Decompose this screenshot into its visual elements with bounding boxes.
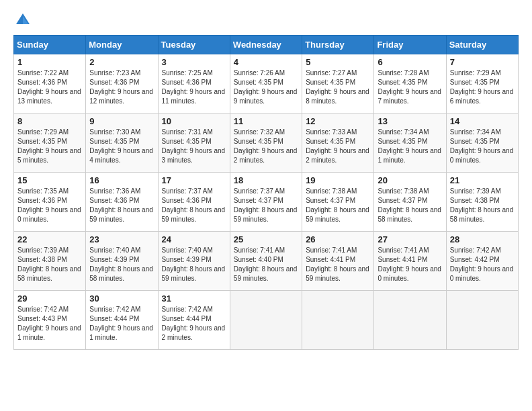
calendar-cell: 27 Sunrise: 7:41 AM Sunset: 4:41 PM Dayl…: [374, 232, 446, 291]
column-header-monday: Monday: [86, 36, 158, 54]
day-number: 1: [17, 57, 82, 67]
calendar-cell: 30 Sunrise: 7:42 AM Sunset: 4:44 PM Dayl…: [86, 291, 158, 350]
calendar-cell: 20 Sunrise: 7:38 AM Sunset: 4:37 PM Dayl…: [374, 173, 446, 232]
day-info: Sunrise: 7:41 AM Sunset: 4:41 PM Dayligh…: [378, 246, 442, 283]
calendar-cell: 9 Sunrise: 7:30 AM Sunset: 4:35 PM Dayli…: [86, 113, 158, 173]
day-number: 21: [450, 175, 515, 185]
calendar-cell: 14 Sunrise: 7:34 AM Sunset: 4:35 PM Dayl…: [446, 113, 518, 173]
day-number: 13: [378, 116, 442, 126]
day-info: Sunrise: 7:23 AM Sunset: 4:36 PM Dayligh…: [89, 68, 154, 106]
day-info: Sunrise: 7:32 AM Sunset: 4:35 PM Dayligh…: [234, 128, 298, 165]
day-info: Sunrise: 7:30 AM Sunset: 4:35 PM Dayligh…: [89, 128, 154, 165]
day-info: Sunrise: 7:22 AM Sunset: 4:36 PM Dayligh…: [17, 68, 82, 106]
day-number: 22: [17, 234, 82, 244]
day-number: 11: [234, 116, 298, 126]
calendar-body: 1 Sunrise: 7:22 AM Sunset: 4:36 PM Dayli…: [14, 54, 519, 350]
calendar-table: SundayMondayTuesdayWednesdayThursdayFrid…: [13, 35, 519, 350]
calendar-cell: 2 Sunrise: 7:23 AM Sunset: 4:36 PM Dayli…: [86, 54, 158, 113]
calendar-cell: 29 Sunrise: 7:42 AM Sunset: 4:43 PM Dayl…: [14, 291, 86, 350]
calendar-cell: 4 Sunrise: 7:26 AM Sunset: 4:35 PM Dayli…: [230, 54, 302, 113]
day-info: Sunrise: 7:25 AM Sunset: 4:36 PM Dayligh…: [162, 68, 226, 106]
calendar-cell: [302, 291, 374, 350]
column-header-wednesday: Wednesday: [230, 36, 302, 54]
calendar-cell: 10 Sunrise: 7:31 AM Sunset: 4:35 PM Dayl…: [158, 113, 230, 173]
calendar-cell: 11 Sunrise: 7:32 AM Sunset: 4:35 PM Dayl…: [230, 113, 302, 173]
day-info: Sunrise: 7:42 AM Sunset: 4:42 PM Dayligh…: [450, 246, 515, 283]
calendar-cell: 22 Sunrise: 7:39 AM Sunset: 4:38 PM Dayl…: [14, 232, 86, 291]
calendar-cell: 17 Sunrise: 7:37 AM Sunset: 4:36 PM Dayl…: [158, 173, 230, 232]
column-header-thursday: Thursday: [302, 36, 374, 54]
day-info: Sunrise: 7:38 AM Sunset: 4:37 PM Dayligh…: [306, 187, 370, 224]
day-info: Sunrise: 7:42 AM Sunset: 4:43 PM Dayligh…: [17, 305, 82, 342]
calendar-cell: 31 Sunrise: 7:42 AM Sunset: 4:44 PM Dayl…: [158, 291, 230, 350]
day-number: 10: [162, 116, 226, 126]
day-number: 26: [306, 234, 370, 244]
calendar-cell: 24 Sunrise: 7:40 AM Sunset: 4:39 PM Dayl…: [158, 232, 230, 291]
day-number: 28: [450, 234, 515, 244]
day-number: 5: [306, 57, 370, 67]
calendar-cell: 26 Sunrise: 7:41 AM Sunset: 4:41 PM Dayl…: [302, 232, 374, 291]
day-info: Sunrise: 7:29 AM Sunset: 4:35 PM Dayligh…: [450, 68, 515, 106]
day-info: Sunrise: 7:29 AM Sunset: 4:35 PM Dayligh…: [17, 128, 82, 165]
day-number: 9: [89, 116, 154, 126]
day-number: 4: [234, 57, 298, 67]
calendar-cell: 1 Sunrise: 7:22 AM Sunset: 4:36 PM Dayli…: [14, 54, 86, 113]
day-number: 14: [450, 116, 515, 126]
week-row-3: 15 Sunrise: 7:35 AM Sunset: 4:36 PM Dayl…: [14, 173, 519, 232]
logo: [13, 11, 35, 30]
week-row-4: 22 Sunrise: 7:39 AM Sunset: 4:38 PM Dayl…: [14, 232, 519, 291]
day-number: 23: [89, 234, 154, 244]
page-header: [13, 11, 519, 30]
day-number: 6: [378, 57, 442, 67]
calendar-cell: 6 Sunrise: 7:28 AM Sunset: 4:35 PM Dayli…: [374, 54, 446, 113]
week-row-5: 29 Sunrise: 7:42 AM Sunset: 4:43 PM Dayl…: [14, 291, 519, 350]
week-row-2: 8 Sunrise: 7:29 AM Sunset: 4:35 PM Dayli…: [14, 113, 519, 173]
day-number: 30: [89, 293, 154, 304]
day-info: Sunrise: 7:37 AM Sunset: 4:36 PM Dayligh…: [162, 187, 226, 224]
day-info: Sunrise: 7:31 AM Sunset: 4:35 PM Dayligh…: [162, 128, 226, 165]
day-info: Sunrise: 7:26 AM Sunset: 4:35 PM Dayligh…: [234, 68, 298, 106]
calendar-cell: 13 Sunrise: 7:34 AM Sunset: 4:35 PM Dayl…: [374, 113, 446, 173]
day-number: 15: [17, 175, 82, 185]
calendar-cell: 12 Sunrise: 7:33 AM Sunset: 4:35 PM Dayl…: [302, 113, 374, 173]
logo-icon: [13, 11, 32, 30]
day-info: Sunrise: 7:40 AM Sunset: 4:39 PM Dayligh…: [89, 246, 154, 283]
column-header-sunday: Sunday: [14, 36, 86, 54]
day-info: Sunrise: 7:37 AM Sunset: 4:37 PM Dayligh…: [234, 187, 298, 224]
calendar-cell: 5 Sunrise: 7:27 AM Sunset: 4:35 PM Dayli…: [302, 54, 374, 113]
day-info: Sunrise: 7:27 AM Sunset: 4:35 PM Dayligh…: [306, 68, 370, 106]
calendar-cell: 15 Sunrise: 7:35 AM Sunset: 4:36 PM Dayl…: [14, 173, 86, 232]
calendar-cell: 19 Sunrise: 7:38 AM Sunset: 4:37 PM Dayl…: [302, 173, 374, 232]
day-number: 17: [162, 175, 226, 185]
calendar-cell: 3 Sunrise: 7:25 AM Sunset: 4:36 PM Dayli…: [158, 54, 230, 113]
day-number: 2: [89, 57, 154, 67]
day-number: 3: [162, 57, 226, 67]
calendar-cell: 21 Sunrise: 7:39 AM Sunset: 4:38 PM Dayl…: [446, 173, 518, 232]
day-info: Sunrise: 7:36 AM Sunset: 4:36 PM Dayligh…: [89, 187, 154, 224]
day-info: Sunrise: 7:41 AM Sunset: 4:40 PM Dayligh…: [234, 246, 298, 283]
day-number: 19: [306, 175, 370, 185]
calendar-cell: [374, 291, 446, 350]
column-header-friday: Friday: [374, 36, 446, 54]
calendar-cell: 25 Sunrise: 7:41 AM Sunset: 4:40 PM Dayl…: [230, 232, 302, 291]
day-info: Sunrise: 7:34 AM Sunset: 4:35 PM Dayligh…: [450, 128, 515, 165]
day-number: 7: [450, 57, 515, 67]
day-number: 16: [89, 175, 154, 185]
day-info: Sunrise: 7:28 AM Sunset: 4:35 PM Dayligh…: [378, 68, 442, 106]
day-number: 25: [234, 234, 298, 244]
day-info: Sunrise: 7:39 AM Sunset: 4:38 PM Dayligh…: [450, 187, 515, 224]
day-number: 20: [378, 175, 442, 185]
day-info: Sunrise: 7:41 AM Sunset: 4:41 PM Dayligh…: [306, 246, 370, 283]
day-info: Sunrise: 7:42 AM Sunset: 4:44 PM Dayligh…: [162, 305, 226, 342]
calendar-cell: 8 Sunrise: 7:29 AM Sunset: 4:35 PM Dayli…: [14, 113, 86, 173]
calendar-cell: 23 Sunrise: 7:40 AM Sunset: 4:39 PM Dayl…: [86, 232, 158, 291]
day-info: Sunrise: 7:34 AM Sunset: 4:35 PM Dayligh…: [378, 128, 442, 165]
day-info: Sunrise: 7:35 AM Sunset: 4:36 PM Dayligh…: [17, 187, 82, 224]
column-header-saturday: Saturday: [446, 36, 518, 54]
day-number: 24: [162, 234, 226, 244]
column-header-tuesday: Tuesday: [158, 36, 230, 54]
day-info: Sunrise: 7:38 AM Sunset: 4:37 PM Dayligh…: [378, 187, 442, 224]
day-number: 31: [162, 293, 226, 304]
day-info: Sunrise: 7:39 AM Sunset: 4:38 PM Dayligh…: [17, 246, 82, 283]
week-row-1: 1 Sunrise: 7:22 AM Sunset: 4:36 PM Dayli…: [14, 54, 519, 113]
